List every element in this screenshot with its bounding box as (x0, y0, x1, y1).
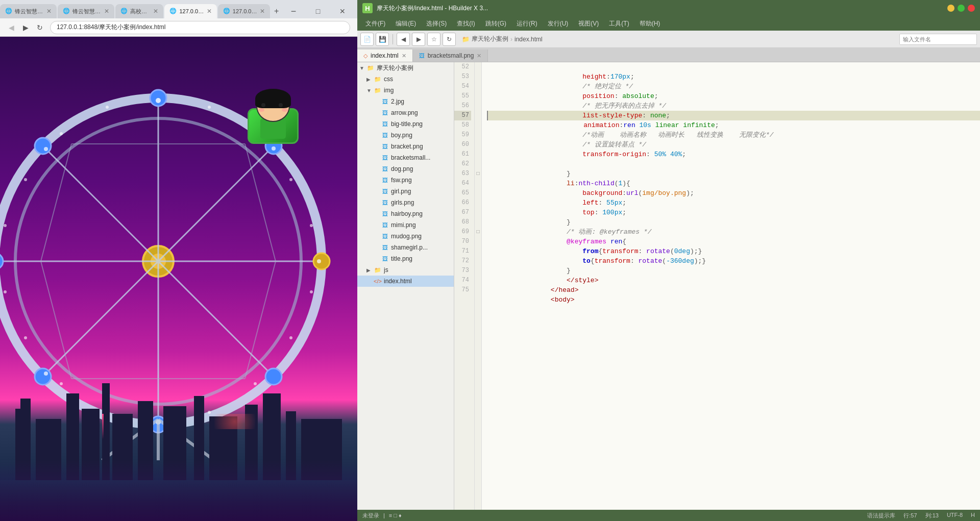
browser-close[interactable]: ✕ (331, 4, 354, 18)
ide-close[interactable] (968, 5, 975, 12)
toolbar-new[interactable]: 📄 (360, 33, 374, 46)
menu-edit[interactable]: 编辑(E) (391, 18, 420, 29)
status-encoding: UTF-8 (947, 512, 963, 519)
fold-63[interactable]: □ (475, 169, 481, 179)
tab-close-2[interactable]: ✕ (104, 8, 109, 15)
code-line-52[interactable]: height:170px; (487, 62, 980, 72)
toolbar-sep-1 (393, 34, 393, 44)
toolbar-star[interactable]: ☆ (427, 33, 440, 46)
back-button[interactable]: ◀ (4, 20, 18, 35)
svg-point-26 (156, 98, 161, 103)
fold-60 (475, 140, 481, 150)
fold-69[interactable]: □ (475, 227, 481, 237)
code-content-area[interactable]: height:170px; /* 绝对定位 */ position: absol… (482, 62, 980, 510)
breadcrumb-root: 摩天轮小案例 (472, 35, 508, 43)
tab-close-5[interactable]: ✕ (260, 8, 265, 15)
svg-point-48 (24, 178, 27, 181)
tree-mudogpng-label: mudog.png (391, 233, 422, 240)
svg-point-39 (310, 290, 313, 293)
menu-view[interactable]: 视图(V) (574, 18, 603, 29)
menu-tools[interactable]: 工具(T) (605, 18, 633, 29)
fold-66 (475, 198, 481, 208)
tree-shamegirl-png[interactable]: 🖼 shamegirl.p... (357, 242, 454, 253)
browser-maximize[interactable]: □ (306, 4, 330, 18)
svg-point-30 (44, 371, 48, 376)
tab-close-1[interactable]: ✕ (46, 8, 52, 15)
svg-point-20 (313, 253, 330, 269)
tree-css-label: css (384, 76, 393, 83)
browser-tab-5[interactable]: 🌐 127.0.0.1:8848/ ✕ (218, 4, 270, 18)
tree-index-html[interactable]: </> index.html (357, 276, 454, 287)
reload-button[interactable]: ↻ (33, 20, 47, 35)
tree-mudog-png[interactable]: 🖼 mudog.png (357, 231, 454, 242)
line-num-75: 75 (454, 285, 471, 295)
toolbar-save[interactable]: 💾 (376, 33, 389, 46)
toolbar-refresh[interactable]: ↻ (443, 33, 456, 46)
code-line-62[interactable]: } (487, 159, 980, 169)
code-lines-container[interactable]: 52 53 54 55 56 57 58 59 60 61 62 63 64 6… (454, 62, 980, 510)
tree-2jpg[interactable]: 🖼 2.jpg (357, 96, 454, 107)
menu-publish[interactable]: 发行(U) (544, 18, 573, 29)
ide-minimize[interactable] (947, 5, 954, 12)
menu-select[interactable]: 选择(S) (422, 18, 451, 29)
tree-root[interactable]: ▼ 📁 摩天轮小案例 (357, 62, 454, 73)
file-input[interactable] (899, 34, 977, 45)
ide-tab-index-html[interactable]: ◇ index.html ✕ (357, 49, 413, 62)
tree-arrow-png[interactable]: 🖼 arrow.png (357, 107, 454, 118)
menu-find[interactable]: 查找(I) (453, 18, 479, 29)
svg-point-46 (4, 290, 7, 293)
browser-tab-2[interactable]: 🌐 锋云智慧高校实训 ✕ (58, 4, 114, 18)
browser-tab-3[interactable]: 🌐 高校实训平台 ✕ (115, 4, 164, 18)
browser-tab-1[interactable]: 🌐 锋云智慧高校实训 ✕ (0, 4, 57, 18)
tab-close-3[interactable]: ✕ (153, 8, 158, 15)
tree-bracket-icon: 🖼 (381, 143, 389, 150)
menu-file[interactable]: 文件(F) (361, 18, 389, 29)
tree-img-folder[interactable]: ▼ 📁 img (357, 85, 454, 96)
new-tab-button[interactable]: + (271, 4, 282, 18)
tree-css-arrow: ▶ (366, 77, 374, 82)
toolbar-forward[interactable]: ▶ (412, 33, 425, 46)
tree-bracketsmall-png[interactable]: 🖼 bracketsmall... (357, 152, 454, 163)
line-num-69: 69 (454, 227, 471, 237)
forward-button[interactable]: ▶ (18, 20, 33, 35)
tree-mimi-png[interactable]: 🖼 mimi.png (357, 219, 454, 231)
tree-boy-png[interactable]: 🖼 boy.png (357, 130, 454, 141)
tree-girls-png[interactable]: 🖼 girls.png (357, 197, 454, 208)
svg-point-35 (208, 106, 211, 109)
tree-bigtitle-label: big-title.png (391, 120, 423, 128)
tree-fsw-png[interactable]: 🖼 fsw.png (357, 175, 454, 186)
ide-tab-bracketsmall[interactable]: 🖼 bracketsmall.png ✕ (413, 49, 488, 62)
ide-tab-close-2[interactable]: ✕ (477, 53, 481, 59)
tree-title-png[interactable]: 🖼 title.png (357, 253, 454, 264)
tree-dog-png[interactable]: 🖼 dog.png (357, 163, 454, 175)
tree-js-folder[interactable]: ▶ 📁 js (357, 264, 454, 276)
tree-bigtitle-png[interactable]: 🖼 big-title.png (357, 118, 454, 130)
line-num-61: 61 (454, 150, 471, 159)
browser-tab-4[interactable]: 🌐 127.0.0.1:8848/ ✕ (164, 4, 216, 18)
tab-bar: 🌐 锋云智慧高校实训 ✕ 🌐 锋云智慧高校实训 ✕ 🌐 高校实训平台 ✕ 🌐 1… (0, 0, 357, 18)
tree-2jpg-icon: 🖼 (381, 98, 389, 105)
tree-girl-png[interactable]: 🖼 girl.png (357, 186, 454, 197)
menu-help[interactable]: 帮助(H) (635, 18, 665, 29)
breadcrumb-folder: 📁 (462, 36, 470, 43)
ide-titlebar: H 摩天轮小案例/index.html - HBuilder X 3... (357, 0, 980, 16)
ide-tab-html-icon: ◇ (363, 53, 368, 59)
tree-bracketsmall-icon: 🖼 (381, 154, 389, 161)
ide-maximize[interactable] (958, 5, 965, 12)
browser-minimize[interactable]: − (282, 4, 305, 18)
line-num-53: 53 (454, 72, 471, 82)
ide-tab-close-1[interactable]: ✕ (402, 53, 406, 59)
menu-jump[interactable]: 跳转(G) (481, 18, 510, 29)
fold-72 (475, 256, 481, 266)
svg-point-25 (35, 138, 51, 154)
svg-point-50 (106, 106, 109, 109)
tree-hairboy-png[interactable]: 🖼 hairboy.png (357, 208, 454, 219)
menu-run[interactable]: 运行(R) (512, 18, 542, 29)
tree-bracket-png[interactable]: 🖼 bracket.png (357, 141, 454, 152)
ide-tab-bar: ◇ index.html ✕ 🖼 bracketsmall.png ✕ (357, 48, 980, 62)
tab-close-4[interactable]: ✕ (207, 8, 212, 15)
browser-content (0, 37, 357, 521)
toolbar-back[interactable]: ◀ (397, 33, 410, 46)
tree-css-folder[interactable]: ▶ 📁 css (357, 73, 454, 85)
address-bar[interactable]: 127.0.0.1:8848/摩天轮小案例/index.html (50, 21, 350, 34)
